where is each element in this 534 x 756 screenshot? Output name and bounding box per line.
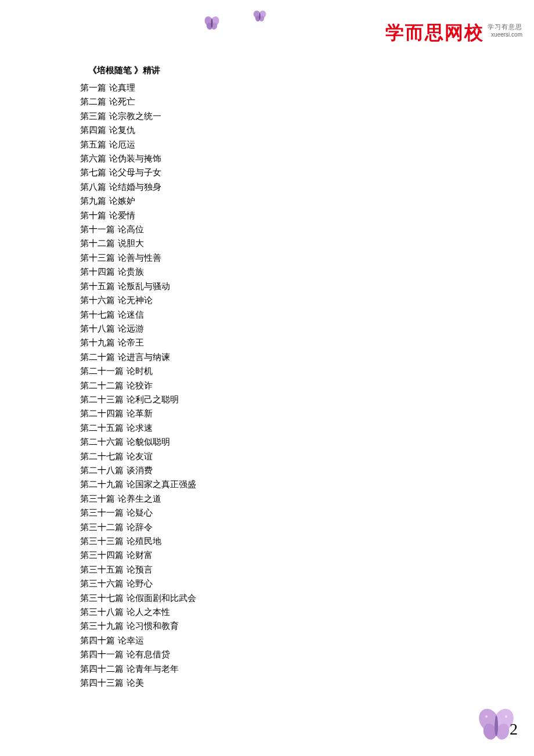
toc-chapter-title: 论预言 — [127, 563, 153, 577]
toc-chapter-label: 第十三篇 — [80, 251, 115, 265]
toc-item: 第四篇论复仇 — [80, 123, 428, 137]
logo-tagline: 学习有意思 — [488, 23, 522, 31]
toc-chapter-title: 论疑心 — [127, 506, 153, 520]
toc-item: 第十三篇论善与性善 — [80, 251, 428, 265]
toc-chapter-label: 第四十三篇 — [80, 676, 124, 690]
toc-chapter-title: 论有息借贷 — [127, 647, 170, 661]
toc-item: 第三十篇论养生之道 — [80, 492, 428, 506]
toc-chapter-label: 第七篇 — [80, 165, 106, 179]
toc-item: 第二十篇论进言与纳谏 — [80, 350, 428, 364]
toc-item: 第四十一篇论有息借贷 — [80, 647, 428, 661]
toc-item: 第七篇论父母与子女 — [80, 165, 428, 179]
toc-item: 第四十三篇论美 — [80, 676, 428, 690]
toc-item: 第十四篇论贵族 — [80, 265, 428, 279]
toc-chapter-title: 论辞令 — [127, 520, 153, 534]
logo-url: xueersi.com — [488, 31, 522, 38]
toc-item: 第十六篇论无神论 — [80, 293, 428, 307]
toc-chapter-label: 第十七篇 — [80, 308, 115, 322]
toc-item: 第三十六篇论野心 — [80, 577, 428, 591]
toc-chapter-label: 第一篇 — [80, 81, 106, 95]
header-decorations: 学而思网校 学习有意思 xueersi.com — [0, 6, 534, 41]
toc-item: 第十七篇论迷信 — [80, 308, 428, 322]
toc-chapter-title: 论迷信 — [118, 308, 144, 322]
toc-item: 第二十七篇论友谊 — [80, 449, 428, 463]
toc-chapter-label: 第三十二篇 — [80, 520, 124, 534]
toc-chapter-label: 第十六篇 — [80, 293, 115, 307]
toc-chapter-label: 第十一篇 — [80, 222, 115, 236]
toc-item: 第二十三篇论利己之聪明 — [80, 393, 428, 406]
toc-chapter-title: 论复仇 — [109, 123, 135, 137]
toc-item: 第二十九篇论国家之真正强盛 — [80, 477, 428, 491]
toc-chapter-label: 第二十二篇 — [80, 379, 124, 393]
toc-item: 第十五篇论叛乱与骚动 — [80, 279, 428, 293]
toc-chapter-label: 第十二篇 — [80, 236, 115, 250]
toc-chapter-label: 第三十五篇 — [80, 563, 124, 577]
toc-chapter-label: 第三十一篇 — [80, 506, 124, 520]
toc-chapter-title: 论殖民地 — [127, 534, 161, 548]
toc-chapter-title: 谈消费 — [127, 463, 153, 477]
toc-chapter-label: 第四十一篇 — [80, 647, 124, 661]
toc-chapter-label: 第三十六篇 — [80, 577, 124, 591]
toc-item: 第三十九篇论习惯和教育 — [80, 619, 428, 633]
toc-item: 第三十七篇论假面剧和比武会 — [80, 591, 428, 605]
svg-point-9 — [259, 13, 260, 20]
toc-chapter-title: 论高位 — [118, 222, 144, 236]
toc-chapter-title: 论青年与老年 — [127, 662, 179, 676]
toc-chapter-label: 第九篇 — [80, 194, 106, 208]
toc-chapter-label: 第二十篇 — [80, 350, 115, 364]
toc-item: 第十九篇论帝王 — [80, 336, 428, 350]
toc-item: 第十一篇论高位 — [80, 222, 428, 236]
toc-item: 第三篇论宗教之统一 — [80, 109, 428, 123]
document-title: 《培根随笔 》精讲 — [88, 65, 428, 76]
toc-item: 第二十六篇论貌似聪明 — [80, 435, 428, 449]
logo-sub: 学习有意思 xueersi.com — [488, 23, 522, 38]
toc-item: 第十二篇说胆大 — [80, 236, 428, 250]
toc-chapter-title: 论无神论 — [118, 293, 153, 307]
toc-chapter-title: 论真理 — [109, 81, 135, 95]
toc-item: 第一篇论真理 — [80, 81, 428, 95]
toc-item: 第十篇论爱情 — [80, 208, 428, 222]
toc-chapter-title: 论利己之聪明 — [127, 393, 179, 406]
toc-chapter-title: 论贵族 — [118, 265, 144, 279]
toc-chapter-label: 第十五篇 — [80, 279, 115, 293]
svg-point-16 — [505, 715, 507, 718]
toc-chapter-title: 论时机 — [127, 364, 153, 378]
toc-chapter-title: 论养生之道 — [118, 492, 161, 506]
toc-chapter-title: 论假面剧和比武会 — [127, 591, 196, 605]
toc-chapter-label: 第十篇 — [80, 208, 106, 222]
toc-item: 第二十八篇谈消费 — [80, 463, 428, 477]
toc-chapter-title: 论爱情 — [109, 208, 135, 222]
toc-chapter-label: 第十八篇 — [80, 322, 115, 336]
toc-chapter-title: 论貌似聪明 — [127, 435, 170, 449]
toc-item: 第二十一篇论时机 — [80, 364, 428, 378]
toc-item: 第四十二篇论青年与老年 — [80, 662, 428, 676]
toc-chapter-label: 第三篇 — [80, 109, 106, 123]
toc-chapter-title: 论父母与子女 — [109, 165, 161, 179]
content-area: 《培根随笔 》精讲 第一篇论真理第二篇论死亡第三篇论宗教之统一第四篇论复仇第五篇… — [80, 65, 428, 690]
toc-chapter-label: 第四十篇 — [80, 633, 115, 647]
toc-item: 第三十三篇论殖民地 — [80, 534, 428, 548]
toc-item: 第三十五篇论预言 — [80, 563, 428, 577]
toc-chapter-label: 第三十篇 — [80, 492, 115, 506]
toc-chapter-title: 论厄运 — [109, 138, 135, 152]
logo-area: 学而思网校 学习有意思 xueersi.com — [385, 20, 522, 46]
toc-chapter-label: 第十四篇 — [80, 265, 115, 279]
toc-item: 第六篇论伪装与掩饰 — [80, 152, 428, 165]
toc-chapter-title: 论财富 — [127, 548, 153, 562]
toc-chapter-title: 论善与性善 — [118, 251, 161, 265]
toc-chapter-label: 第二十五篇 — [80, 421, 124, 435]
toc-item: 第八篇论结婚与独身 — [80, 180, 428, 194]
toc-chapter-label: 第二十三篇 — [80, 393, 124, 406]
toc-chapter-label: 第十九篇 — [80, 336, 115, 350]
toc-chapter-title: 论叛乱与骚动 — [118, 279, 170, 293]
toc-item: 第三十四篇论财富 — [80, 548, 428, 562]
toc-chapter-label: 第二篇 — [80, 95, 106, 109]
toc-chapter-title: 论狡诈 — [127, 379, 153, 393]
toc-item: 第九篇论嫉妒 — [80, 194, 428, 208]
toc-chapter-title: 论进言与纳谏 — [118, 350, 170, 364]
toc-item: 第二篇论死亡 — [80, 95, 428, 109]
toc-chapter-label: 第三十八篇 — [80, 605, 124, 619]
toc-chapter-label: 第三十三篇 — [80, 534, 124, 548]
toc-chapter-label: 第二十九篇 — [80, 477, 124, 491]
toc-chapter-title: 论求速 — [127, 421, 153, 435]
